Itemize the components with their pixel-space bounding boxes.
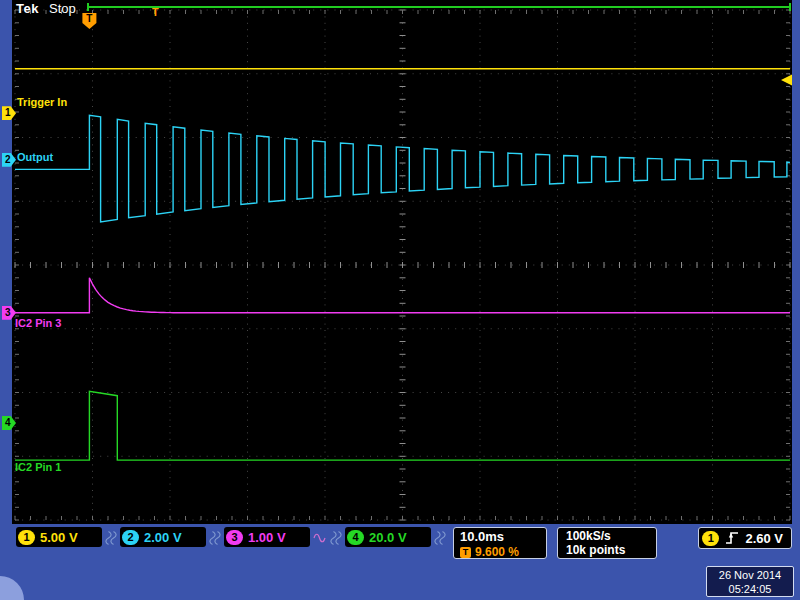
datetime-display: 26 Nov 2014 05:24:05 xyxy=(706,566,794,597)
sample-rate-value: 100kS/s xyxy=(566,529,656,543)
ch4-label: IC2 Pin 1 xyxy=(15,461,61,473)
ch3-waveform xyxy=(15,278,790,313)
acquisition-status: Stop xyxy=(49,1,76,16)
graticule: T T xyxy=(12,0,792,524)
ch1-scale-value: 5.00 V xyxy=(40,530,78,545)
bezel-corner-decoration xyxy=(0,576,24,600)
trigger-position-row: T 9.600 % xyxy=(460,545,546,559)
display-area: T T Tek Stop Trigger In Output IC2 Pin 3… xyxy=(12,0,792,524)
ch3-badge: 3 xyxy=(226,530,243,545)
ch2-label: Output xyxy=(17,151,53,163)
ch2-scale-value: 2.00 V xyxy=(144,530,182,545)
ch3-label: IC2 Pin 3 xyxy=(15,317,61,329)
grid-lines xyxy=(15,10,790,520)
date-text: 26 Nov 2014 xyxy=(707,568,793,582)
ch1-coupling-icon xyxy=(105,530,117,546)
ch4-waveform xyxy=(15,391,790,460)
record-length-value: 10k points xyxy=(566,543,656,557)
ch4-coupling-icon xyxy=(434,530,446,546)
ch3-coupling-icon xyxy=(330,530,342,546)
ch4-scale-value: 20.0 V xyxy=(369,530,407,545)
brand-logo: Tek xyxy=(16,1,39,16)
trigger-position-value: 9.600 % xyxy=(475,545,519,559)
time-text: 05:24:05 xyxy=(707,582,793,596)
ch2-coupling-icon xyxy=(209,530,221,546)
readout-bar: 1 5.00 V 2 2.00 V 3 1.00 V 4 20.0 V 10.0… xyxy=(16,527,792,559)
acquisition-readout: 100kS/s 10k points xyxy=(557,527,657,559)
trigger-position-t-icon: T xyxy=(460,547,471,558)
ch4-scale-readout: 4 20.0 V xyxy=(345,527,431,547)
trigger-level-value: 2.60 V xyxy=(745,531,783,546)
ch2-waveform xyxy=(15,115,790,222)
ch1-label: Trigger In xyxy=(17,96,67,108)
ch3-scale-readout: 3 1.00 V xyxy=(224,527,310,547)
ch1-badge: 1 xyxy=(18,530,35,545)
ch2-scale-readout: 2 2.00 V xyxy=(120,527,206,547)
oscilloscope-screen: T T Tek Stop Trigger In Output IC2 Pin 3… xyxy=(0,0,800,600)
trigger-level-arrow-icon xyxy=(781,75,792,86)
trigger-flag-letter: T xyxy=(86,13,92,24)
record-trigger-marker-icon: T xyxy=(152,6,159,18)
ch1-scale-readout: 1 5.00 V xyxy=(16,527,102,547)
ch3-ac-coupling-icon xyxy=(313,531,327,545)
ch2-badge: 2 xyxy=(122,530,139,545)
horizontal-scale-value: 10.0ms xyxy=(460,529,546,544)
trigger-source-badge: 1 xyxy=(702,531,719,546)
rising-edge-icon xyxy=(725,530,739,546)
ch4-badge: 4 xyxy=(347,530,364,545)
trigger-readout: 1 2.60 V xyxy=(698,527,792,549)
ch3-scale-value: 1.00 V xyxy=(248,530,286,545)
horizontal-readout: 10.0ms T 9.600 % xyxy=(453,527,547,559)
